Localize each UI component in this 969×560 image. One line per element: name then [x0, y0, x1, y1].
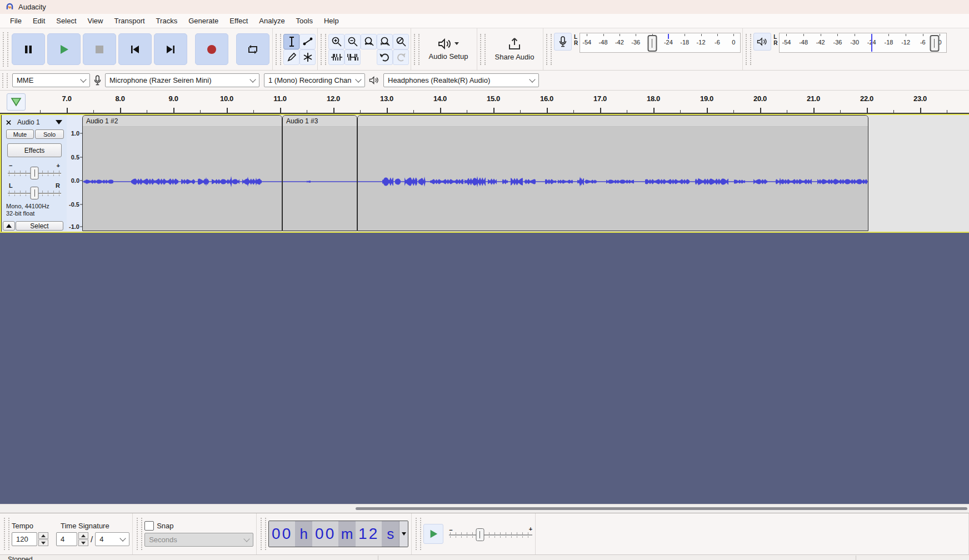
menu-tools[interactable]: Tools: [291, 15, 318, 27]
multi-tool-button[interactable]: [299, 49, 316, 65]
menu-view[interactable]: View: [82, 15, 109, 27]
menu-tracks[interactable]: Tracks: [151, 15, 183, 27]
zoom-fit-project-button[interactable]: [377, 34, 393, 49]
timeline-ruler[interactable]: 7.08.09.010.011.012.013.014.015.016.017.…: [0, 91, 969, 114]
pan-slider-thumb[interactable]: [31, 187, 39, 199]
clip-header[interactable]: Audio 1 #2: [83, 116, 282, 127]
play-at-speed-button[interactable]: [423, 524, 443, 544]
collapse-track-button[interactable]: [3, 221, 15, 231]
playback-meter-scale[interactable]: -54-48-42-36-30-24-18-12-60: [779, 33, 947, 53]
snap-mode-select[interactable]: Seconds: [144, 533, 253, 547]
toolbar-grip[interactable]: [276, 34, 281, 65]
select-track-button[interactable]: Select: [16, 221, 63, 231]
audio-clip-2[interactable]: Audio 1 #3: [282, 115, 357, 231]
timesig-lower-select[interactable]: 4: [95, 532, 129, 546]
toolbar-grip[interactable]: [321, 34, 326, 65]
horizontal-scrollbar-thumb[interactable]: [356, 507, 967, 510]
zoom-out-button[interactable]: [344, 34, 361, 49]
zoom-fit-selection-button[interactable]: [361, 34, 377, 49]
pause-button[interactable]: [12, 33, 45, 65]
audio-position-display[interactable]: 00h00m12s: [268, 521, 408, 547]
project-canvas[interactable]: [0, 233, 969, 513]
toolbar-grip[interactable]: [261, 518, 266, 550]
clip-waveform[interactable]: [358, 126, 868, 231]
redo-button[interactable]: [393, 49, 409, 65]
menu-help[interactable]: Help: [318, 15, 344, 27]
toolbar-grip[interactable]: [137, 518, 142, 550]
spin-up-icon[interactable]: [38, 532, 48, 539]
timesig-upper-field[interactable]: 4: [56, 532, 77, 546]
tempo-field[interactable]: 120: [12, 532, 37, 546]
gain-slider-thumb[interactable]: [31, 167, 39, 179]
snap-checkbox[interactable]: [144, 521, 154, 531]
recording-channels-select[interactable]: 1 (Mono) Recording Channe: [264, 73, 365, 87]
toolbar-grip[interactable]: [480, 34, 486, 65]
audio-host-select[interactable]: MME: [12, 73, 90, 87]
close-track-button[interactable]: [3, 117, 14, 127]
record-meter-button[interactable]: [554, 33, 572, 51]
time-format-dropdown[interactable]: [399, 521, 408, 547]
playback-meter-button[interactable]: [753, 33, 771, 51]
spinner-arrows[interactable]: [78, 532, 88, 546]
trim-outside-selection-button[interactable]: [328, 49, 344, 65]
audio-clip-1[interactable]: Audio 1 #2: [82, 115, 282, 231]
menu-edit[interactable]: Edit: [27, 15, 51, 27]
toolbar-grip[interactable]: [3, 32, 8, 67]
effects-button[interactable]: Effects: [7, 143, 62, 157]
zoom-in-button[interactable]: [328, 34, 344, 49]
gain-slider[interactable]: − +: [8, 166, 61, 178]
menu-analyze[interactable]: Analyze: [253, 15, 290, 27]
play-button[interactable]: [47, 33, 81, 65]
toolbar-grip[interactable]: [414, 34, 419, 65]
menu-effect[interactable]: Effect: [224, 15, 253, 27]
toolbar-grip[interactable]: [746, 34, 751, 65]
recording-device-select[interactable]: Microphone (Razer Seiren Mini): [105, 73, 259, 87]
skip-to-end-button[interactable]: [154, 33, 187, 65]
record-button[interactable]: [195, 33, 228, 65]
audio-track[interactable]: Audio 1 Mute Solo Effects − + L R Mono,: [0, 114, 969, 233]
vertical-ruler[interactable]: 1.00.50.0-0.5-1.0: [67, 115, 82, 231]
menu-generate[interactable]: Generate: [183, 15, 224, 27]
mute-button[interactable]: Mute: [6, 129, 34, 139]
audio-clip-3[interactable]: [357, 115, 868, 231]
time-digit-field[interactable]: 00: [312, 521, 338, 547]
playback-speed-slider[interactable]: − +: [449, 526, 532, 542]
spin-up-icon[interactable]: [78, 532, 88, 539]
playback-device-select[interactable]: Headphones (Realtek(R) Audio): [383, 73, 539, 87]
track-clips-area[interactable]: Audio 1 #2Audio 1 #3: [82, 115, 969, 231]
zoom-toggle-button[interactable]: [393, 34, 409, 49]
record-volume-slider-thumb[interactable]: [647, 35, 657, 52]
pan-slider[interactable]: L R: [8, 186, 61, 198]
toolbar-grip[interactable]: [416, 518, 421, 550]
stop-button[interactable]: [83, 33, 116, 65]
toolbar-grip[interactable]: [4, 518, 9, 550]
loop-button[interactable]: [236, 33, 269, 65]
menu-select[interactable]: Select: [51, 15, 82, 27]
speed-slider-thumb[interactable]: [476, 528, 484, 541]
audio-setup-button[interactable]: Audio Setup: [422, 32, 475, 67]
selection-tool-button[interactable]: [283, 34, 299, 49]
timesig-upper-spinner[interactable]: 4: [56, 532, 88, 546]
clip-header[interactable]: Audio 1 #3: [283, 116, 357, 127]
playback-volume-slider-thumb[interactable]: [930, 35, 939, 52]
clip-waveform[interactable]: [83, 126, 282, 231]
clip-header[interactable]: [358, 116, 868, 127]
spin-down-icon[interactable]: [78, 539, 88, 546]
draw-tool-button[interactable]: [283, 49, 299, 65]
menu-transport[interactable]: Transport: [108, 15, 150, 27]
silence-selection-button[interactable]: [344, 49, 361, 65]
envelope-tool-button[interactable]: [299, 34, 316, 49]
toolbar-grip[interactable]: [2, 73, 8, 88]
time-digit-field[interactable]: 12: [356, 521, 382, 547]
skip-to-start-button[interactable]: [118, 33, 152, 65]
tempo-spinner[interactable]: 120: [12, 532, 48, 546]
record-meter-scale[interactable]: -54-48-42-36-30-24-18-12-60: [580, 33, 741, 53]
horizontal-scrollbar[interactable]: [0, 504, 969, 513]
toolbar-grip[interactable]: [546, 34, 552, 65]
share-audio-button[interactable]: Share Audio: [488, 32, 541, 67]
pinned-play-head-button[interactable]: [7, 93, 26, 111]
track-menu-arrow-icon[interactable]: [56, 120, 62, 124]
undo-button[interactable]: [377, 49, 393, 65]
spinner-arrows[interactable]: [38, 532, 48, 546]
clip-waveform[interactable]: [283, 126, 357, 231]
